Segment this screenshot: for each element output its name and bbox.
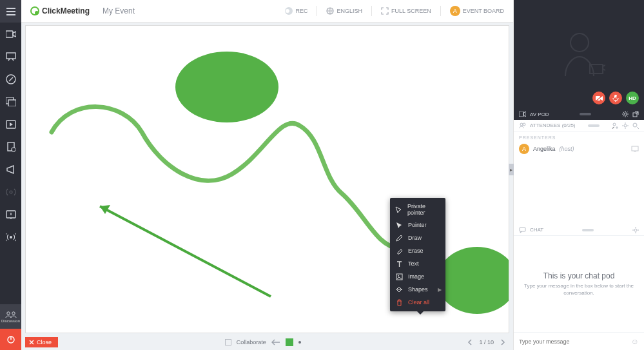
record-toggle-icon <box>285 7 293 15</box>
discussion-label: Discussion <box>1 319 20 323</box>
sidebar-tool-camera[interactable] <box>0 23 21 45</box>
gear-icon[interactable] <box>622 122 629 129</box>
record-toggle[interactable]: REC <box>285 7 307 15</box>
av-mic-toggle[interactable] <box>609 92 622 104</box>
sidebar-tool-file[interactable] <box>0 135 21 158</box>
sidebar-discussion[interactable]: Discussion <box>0 304 21 329</box>
search-icon[interactable] <box>632 122 639 129</box>
sidebar-end-session[interactable] <box>0 329 21 350</box>
camera-icon <box>6 30 16 38</box>
close-button[interactable]: Close <box>25 337 58 347</box>
next-page-button[interactable] <box>500 339 505 345</box>
undo-icon[interactable] <box>271 339 280 345</box>
svg-point-15 <box>175 52 278 122</box>
stream-icon <box>6 233 16 242</box>
whiteboard-icon <box>6 74 16 84</box>
tool-clear-all[interactable]: Clear all <box>390 296 445 309</box>
logo[interactable]: ClickMeeting <box>30 6 90 15</box>
emoji-button[interactable]: ☺ <box>631 337 639 346</box>
tool-text[interactable]: Text <box>390 257 445 270</box>
svg-point-16 <box>437 247 509 314</box>
av-camera-toggle[interactable] <box>592 92 605 104</box>
svg-point-20 <box>571 34 589 52</box>
brand-name: ClickMeeting <box>42 6 90 15</box>
pod-drag-handle[interactable] <box>588 124 600 127</box>
image-icon <box>395 273 403 280</box>
hamburger-icon <box>6 8 15 15</box>
collaborate-checkbox[interactable] <box>225 339 231 345</box>
stroke-size-icon[interactable] <box>298 341 301 344</box>
svg-line-17 <box>100 206 271 297</box>
people-icon <box>5 311 17 318</box>
sidebar-tool-whiteboard[interactable] <box>0 68 21 90</box>
hd-label: HD <box>629 95 636 101</box>
prev-page-button[interactable] <box>467 339 473 345</box>
av-pod-title: AV POD <box>530 112 549 117</box>
survey-icon <box>6 210 16 219</box>
svg-rect-26 <box>519 112 523 117</box>
av-pod: HD <box>514 0 644 108</box>
tool-label: Draw <box>408 235 422 241</box>
tool-draw[interactable]: Draw <box>390 231 445 244</box>
submenu-arrow-icon: ▶ <box>438 287 442 293</box>
camera-off-icon <box>596 95 603 101</box>
play-icon <box>6 120 16 129</box>
color-swatch[interactable] <box>286 338 293 346</box>
sidebar-tool-survey[interactable] <box>0 203 21 226</box>
fullscreen-label: FULL SCREEN <box>391 8 431 14</box>
broadcast-icon <box>6 187 16 197</box>
svg-rect-4 <box>8 100 16 106</box>
pencil-icon <box>395 234 403 242</box>
presenters-label: PRESENTERS <box>519 135 639 140</box>
gear-icon[interactable] <box>632 227 639 233</box>
svg-point-31 <box>613 123 616 126</box>
menu-button[interactable] <box>0 0 21 23</box>
tool-erase[interactable]: Erase <box>390 244 445 257</box>
svg-point-8 <box>10 191 12 193</box>
gear-icon[interactable] <box>622 111 629 117</box>
pod-drag-handle[interactable] <box>582 229 594 231</box>
separator <box>371 6 372 16</box>
chat-empty-state: This is your chat pod Type your message … <box>514 236 644 332</box>
silhouette-icon <box>560 31 605 83</box>
mic-off-icon <box>612 95 619 102</box>
shapes-icon <box>395 286 403 293</box>
fullscreen-button[interactable]: FULL SCREEN <box>381 7 431 15</box>
attendee-monitor-icon <box>631 146 639 152</box>
sidebar-tool-video[interactable] <box>0 113 21 135</box>
panel-collapse-handle[interactable]: ▸ <box>509 164 514 175</box>
svg-point-27 <box>624 113 627 115</box>
text-icon <box>395 260 403 267</box>
av-hd-toggle[interactable]: HD <box>626 92 639 104</box>
popout-icon[interactable] <box>632 111 639 117</box>
sidebar-tool-screenshare[interactable] <box>0 90 21 113</box>
svg-rect-1 <box>6 53 15 59</box>
svg-point-12 <box>12 311 14 314</box>
sidebar-tool-announce[interactable] <box>0 158 21 180</box>
separator <box>317 6 317 16</box>
svg-point-10 <box>10 236 12 238</box>
attendees-pod: PRESENTERS A Angelika (host) <box>514 131 644 224</box>
tool-pointer[interactable]: Pointer <box>390 219 445 231</box>
power-icon <box>6 335 15 344</box>
chat-input[interactable] <box>519 338 631 345</box>
tool-image[interactable]: Image <box>390 270 445 283</box>
sidebar-tool-presentation[interactable] <box>0 45 21 68</box>
attendee-row[interactable]: A Angelika (host) <box>519 144 639 154</box>
pod-drag-handle[interactable] <box>580 113 591 115</box>
svg-point-30 <box>523 123 525 126</box>
add-user-icon[interactable] <box>612 122 618 129</box>
video-small-icon <box>519 112 526 117</box>
sidebar-tool-record <box>0 180 21 203</box>
trash-icon <box>395 298 403 306</box>
file-icon <box>6 142 15 152</box>
svg-rect-34 <box>632 146 638 151</box>
event-board-link[interactable]: A EVENT BOARD <box>450 6 504 16</box>
svg-point-11 <box>6 311 9 314</box>
tool-shapes[interactable]: Shapes ▶ <box>390 283 445 296</box>
tool-private-pointer[interactable]: Private pointer <box>390 200 445 219</box>
sidebar-tool-stream[interactable] <box>0 226 21 248</box>
language-selector[interactable]: ENGLISH <box>326 7 362 15</box>
tool-label: Text <box>408 260 419 267</box>
svg-point-36 <box>634 229 637 231</box>
